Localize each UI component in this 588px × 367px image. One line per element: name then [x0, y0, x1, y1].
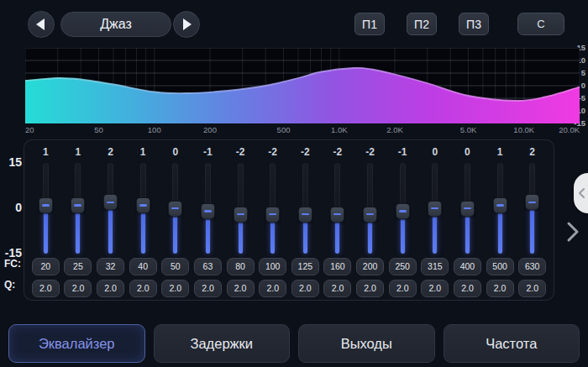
- more-bands-chevron-icon[interactable]: [564, 220, 581, 244]
- q-chip[interactable]: 2.0: [32, 280, 60, 297]
- tab-outputs[interactable]: Выходы: [298, 324, 435, 363]
- thumb-dash: [171, 207, 179, 210]
- tab-delays[interactable]: Задержки: [154, 324, 291, 363]
- slider-thumb[interactable]: [234, 207, 248, 223]
- fc-chip[interactable]: 125: [291, 258, 319, 275]
- fc-cell: 25: [62, 255, 95, 277]
- gain-slider[interactable]: [516, 161, 549, 255]
- tab-frequency[interactable]: Частота: [444, 324, 580, 363]
- gain-slider[interactable]: [62, 161, 95, 255]
- fc-chip[interactable]: 80: [227, 258, 255, 275]
- x-tick-label: 20: [25, 125, 34, 134]
- band-gain-value: 1: [76, 143, 81, 161]
- fc-chip[interactable]: 200: [356, 258, 384, 275]
- preset-prev-button[interactable]: [28, 11, 55, 38]
- slider-thumb[interactable]: [493, 197, 507, 213]
- x-tick-label: 500: [277, 125, 291, 134]
- slider-thumb[interactable]: [201, 203, 215, 219]
- slider-thumb[interactable]: [136, 197, 150, 213]
- fc-chip[interactable]: 250: [389, 258, 417, 275]
- reset-button[interactable]: C: [517, 13, 564, 35]
- gain-scale-label: 15: [0, 155, 22, 169]
- slider-thumb[interactable]: [103, 194, 118, 210]
- gain-slider[interactable]: [322, 161, 354, 255]
- fc-chip[interactable]: 25: [64, 258, 92, 275]
- q-chip[interactable]: 2.0: [389, 280, 417, 297]
- slider-thumb[interactable]: [428, 201, 442, 217]
- fc-chip[interactable]: 160: [323, 258, 351, 275]
- fc-chip[interactable]: 315: [421, 258, 449, 275]
- q-chip[interactable]: 2.0: [454, 280, 481, 297]
- q-chip[interactable]: 2.0: [129, 280, 157, 297]
- fc-chip[interactable]: 100: [259, 258, 286, 275]
- gain-slider[interactable]: [386, 161, 419, 255]
- x-tick-label: 20.0K: [559, 125, 580, 134]
- gain-slider[interactable]: [484, 161, 517, 255]
- tab-equalizer[interactable]: Эквалайзер: [8, 324, 145, 363]
- slider-fill: [401, 216, 405, 254]
- fc-chip[interactable]: 20: [32, 258, 60, 275]
- q-chip[interactable]: 2.0: [194, 280, 222, 297]
- head-unit-equalizer-screen: Джаз П1П2П3 C 151050-5-10-15 20501002005…: [0, 0, 588, 367]
- q-chip[interactable]: 2.0: [486, 280, 514, 297]
- eq-band-25hz: 1252.0: [62, 143, 95, 300]
- band-gain-value: 1: [43, 143, 49, 161]
- thumb-dash: [333, 213, 341, 216]
- gain-slider[interactable]: [289, 161, 322, 255]
- fc-cell: 32: [94, 255, 127, 277]
- fc-chip[interactable]: 630: [518, 258, 546, 275]
- slider-thumb[interactable]: [168, 201, 182, 217]
- q-cell: 2.0: [224, 277, 257, 299]
- fc-chip[interactable]: 63: [194, 258, 222, 275]
- slider-fill: [465, 212, 470, 254]
- slider-thumb[interactable]: [71, 197, 85, 213]
- q-chip[interactable]: 2.0: [161, 280, 189, 297]
- slider-thumb[interactable]: [460, 201, 475, 217]
- slider-thumb[interactable]: [363, 207, 377, 223]
- q-chip[interactable]: 2.0: [518, 280, 546, 297]
- preset-selector[interactable]: Джаз: [60, 12, 171, 37]
- memory-preset-button-1[interactable]: П1: [354, 13, 385, 35]
- gain-slider[interactable]: [94, 161, 127, 255]
- q-chip[interactable]: 2.0: [227, 280, 255, 297]
- fc-chip[interactable]: 50: [161, 258, 189, 275]
- gain-slider[interactable]: [354, 161, 386, 255]
- slider-fill: [270, 218, 275, 254]
- q-cell: 2.0: [29, 277, 62, 299]
- gain-slider[interactable]: [224, 161, 257, 255]
- slider-thumb[interactable]: [525, 194, 539, 210]
- q-chip[interactable]: 2.0: [64, 280, 92, 297]
- band-gain-value: 2: [529, 143, 535, 161]
- q-chip[interactable]: 2.0: [97, 280, 124, 297]
- q-chip[interactable]: 2.0: [421, 280, 449, 297]
- memory-preset-button-3[interactable]: П3: [459, 13, 489, 35]
- gain-slider[interactable]: [451, 161, 484, 255]
- fc-chip[interactable]: 32: [97, 258, 124, 275]
- gain-slider[interactable]: [256, 161, 289, 255]
- gain-slider[interactable]: [419, 161, 452, 255]
- band-gain-value: 2: [108, 143, 113, 161]
- gain-slider[interactable]: [192, 161, 224, 255]
- gain-slider[interactable]: [160, 161, 192, 255]
- gain-slider[interactable]: [127, 161, 160, 255]
- side-drawer-handle[interactable]: [574, 173, 588, 213]
- memory-preset-button-2[interactable]: П2: [407, 13, 437, 35]
- q-chip[interactable]: 2.0: [291, 280, 319, 297]
- q-chip[interactable]: 2.0: [356, 280, 384, 297]
- q-chip[interactable]: 2.0: [259, 280, 286, 297]
- gain-slider[interactable]: [29, 161, 62, 255]
- slider-thumb[interactable]: [39, 197, 53, 213]
- q-cell: 2.0: [94, 277, 127, 299]
- slider-thumb[interactable]: [330, 207, 344, 223]
- band-gain-value: -2: [268, 143, 277, 161]
- slider-fill: [498, 209, 502, 254]
- slider-thumb[interactable]: [265, 207, 280, 223]
- fc-chip[interactable]: 40: [129, 258, 157, 275]
- slider-thumb[interactable]: [298, 207, 312, 223]
- slider-thumb[interactable]: [396, 203, 410, 219]
- q-chip[interactable]: 2.0: [323, 280, 351, 297]
- x-tick-label: 5.0K: [460, 125, 477, 134]
- fc-chip[interactable]: 500: [486, 258, 514, 275]
- preset-next-button[interactable]: [173, 11, 200, 38]
- fc-chip[interactable]: 400: [454, 258, 481, 275]
